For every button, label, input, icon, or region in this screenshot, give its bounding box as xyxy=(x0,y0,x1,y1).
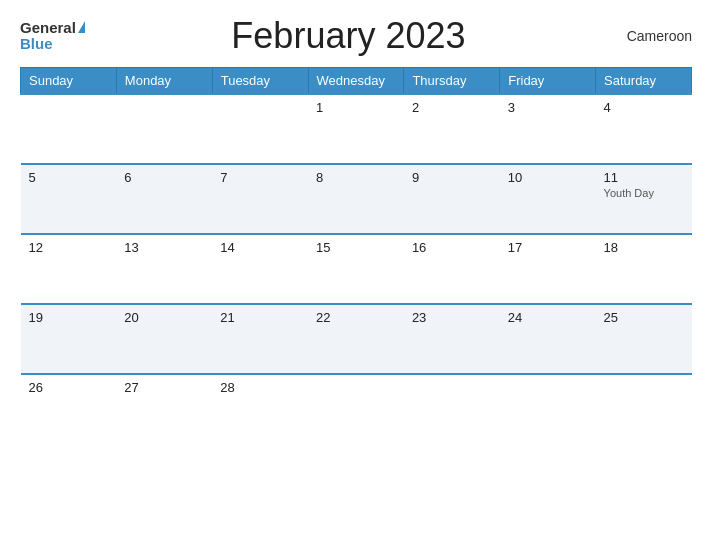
calendar-cell: 23 xyxy=(404,304,500,374)
day-number: 17 xyxy=(508,240,588,255)
day-number: 12 xyxy=(29,240,109,255)
calendar-page: General Blue February 2023 Cameroon Sund… xyxy=(0,0,712,550)
calendar-cell: 13 xyxy=(116,234,212,304)
calendar-cell: 24 xyxy=(500,304,596,374)
day-number: 11 xyxy=(604,170,684,185)
calendar-cell: 3 xyxy=(500,94,596,164)
calendar-cell: 14 xyxy=(212,234,308,304)
holiday-label: Youth Day xyxy=(604,187,684,199)
calendar-cell: 9 xyxy=(404,164,500,234)
day-number: 16 xyxy=(412,240,492,255)
calendar-cell: 21 xyxy=(212,304,308,374)
day-number: 27 xyxy=(124,380,204,395)
week-row-4: 19202122232425 xyxy=(21,304,692,374)
day-number: 7 xyxy=(220,170,300,185)
calendar-cell: 8 xyxy=(308,164,404,234)
calendar-header: SundayMondayTuesdayWednesdayThursdayFrid… xyxy=(21,68,692,95)
weekday-header-friday: Friday xyxy=(500,68,596,95)
logo: General Blue xyxy=(20,20,85,53)
day-number: 2 xyxy=(412,100,492,115)
weekday-header-sunday: Sunday xyxy=(21,68,117,95)
day-number: 18 xyxy=(604,240,684,255)
day-number: 15 xyxy=(316,240,396,255)
calendar-table: SundayMondayTuesdayWednesdayThursdayFrid… xyxy=(20,67,692,444)
day-number: 25 xyxy=(604,310,684,325)
week-row-1: 1234 xyxy=(21,94,692,164)
calendar-cell: 1 xyxy=(308,94,404,164)
day-number: 23 xyxy=(412,310,492,325)
calendar-cell: 7 xyxy=(212,164,308,234)
calendar-cell: 6 xyxy=(116,164,212,234)
calendar-cell xyxy=(596,374,692,444)
day-number: 21 xyxy=(220,310,300,325)
calendar-body: 1234567891011Youth Day121314151617181920… xyxy=(21,94,692,444)
day-number: 8 xyxy=(316,170,396,185)
day-number: 9 xyxy=(412,170,492,185)
day-number: 6 xyxy=(124,170,204,185)
day-number: 14 xyxy=(220,240,300,255)
day-number: 1 xyxy=(316,100,396,115)
logo-general-text: General xyxy=(20,20,76,37)
calendar-cell xyxy=(500,374,596,444)
calendar-cell: 27 xyxy=(116,374,212,444)
day-number: 26 xyxy=(29,380,109,395)
calendar-cell: 12 xyxy=(21,234,117,304)
weekday-header-saturday: Saturday xyxy=(596,68,692,95)
weekday-row: SundayMondayTuesdayWednesdayThursdayFrid… xyxy=(21,68,692,95)
calendar-cell xyxy=(116,94,212,164)
calendar-cell: 15 xyxy=(308,234,404,304)
logo-triangle-icon xyxy=(78,21,85,33)
day-number: 10 xyxy=(508,170,588,185)
day-number: 22 xyxy=(316,310,396,325)
day-number: 13 xyxy=(124,240,204,255)
week-row-2: 567891011Youth Day xyxy=(21,164,692,234)
calendar-cell: 16 xyxy=(404,234,500,304)
calendar-cell xyxy=(21,94,117,164)
calendar-cell xyxy=(212,94,308,164)
day-number: 19 xyxy=(29,310,109,325)
calendar-cell: 26 xyxy=(21,374,117,444)
calendar-title: February 2023 xyxy=(85,15,612,57)
calendar-cell xyxy=(404,374,500,444)
weekday-header-thursday: Thursday xyxy=(404,68,500,95)
logo-blue-text: Blue xyxy=(20,36,53,53)
weekday-header-tuesday: Tuesday xyxy=(212,68,308,95)
calendar-cell: 28 xyxy=(212,374,308,444)
day-number: 4 xyxy=(604,100,684,115)
day-number: 3 xyxy=(508,100,588,115)
calendar-cell: 4 xyxy=(596,94,692,164)
weekday-header-wednesday: Wednesday xyxy=(308,68,404,95)
calendar-cell: 25 xyxy=(596,304,692,374)
calendar-cell: 19 xyxy=(21,304,117,374)
day-number: 20 xyxy=(124,310,204,325)
calendar-cell: 2 xyxy=(404,94,500,164)
calendar-cell: 18 xyxy=(596,234,692,304)
calendar-cell: 5 xyxy=(21,164,117,234)
country-label: Cameroon xyxy=(612,28,692,44)
calendar-cell xyxy=(308,374,404,444)
header: General Blue February 2023 Cameroon xyxy=(20,15,692,57)
calendar-cell: 11Youth Day xyxy=(596,164,692,234)
calendar-cell: 22 xyxy=(308,304,404,374)
calendar-cell: 17 xyxy=(500,234,596,304)
day-number: 5 xyxy=(29,170,109,185)
weekday-header-monday: Monday xyxy=(116,68,212,95)
calendar-cell: 20 xyxy=(116,304,212,374)
day-number: 28 xyxy=(220,380,300,395)
day-number: 24 xyxy=(508,310,588,325)
week-row-3: 12131415161718 xyxy=(21,234,692,304)
week-row-5: 262728 xyxy=(21,374,692,444)
calendar-cell: 10 xyxy=(500,164,596,234)
